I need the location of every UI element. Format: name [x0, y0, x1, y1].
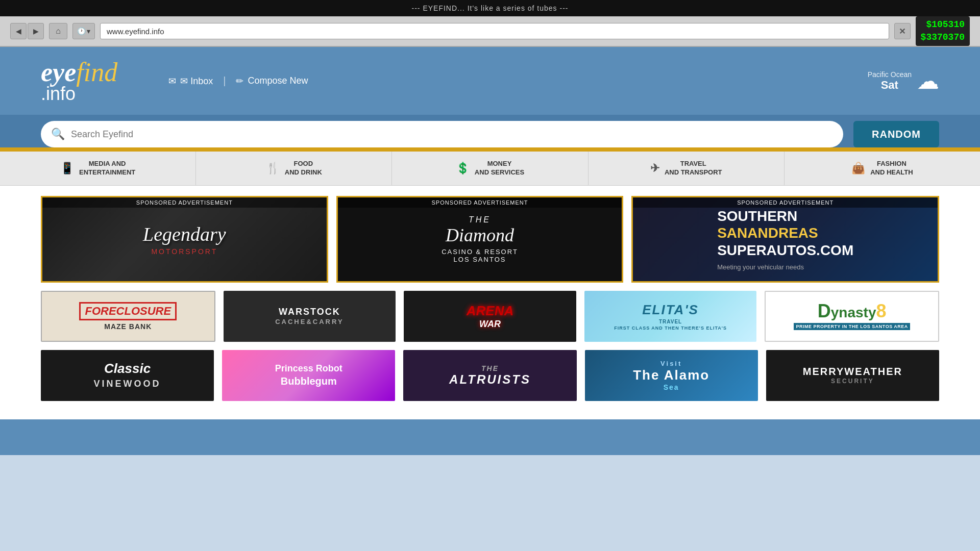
clock-icon: 🕐 — [77, 27, 86, 35]
altruists-name: ALTRUISTS — [449, 372, 531, 387]
arena-sub: WAR — [467, 319, 513, 330]
logo-find: find — [76, 58, 117, 87]
category-food[interactable]: 🍴 FOODAND DRINK — [196, 152, 392, 185]
inbox-link[interactable]: ✉ ✉ Inbox — [168, 76, 213, 87]
princess-name: Princess Robot — [275, 363, 342, 374]
diamond-sub: CASINO & RESORTLOS SANTOS — [442, 248, 518, 263]
dynasty-logo: ynasty — [831, 305, 876, 321]
tiles-row-1: FORECLOSURE MAZE BANK WARSTOCK CACHE&CAR… — [41, 291, 939, 342]
elitas-tagline: FIRST CLASS AND THEN THERE'S ELITA'S — [614, 325, 727, 331]
site-header: eyefind .info ✉ ✉ Inbox | ✏ Compose New … — [0, 47, 980, 115]
home-button[interactable]: ⌂ — [49, 23, 67, 39]
browser-toolbar: ◀ ▶ ⌂ 🕐 ▾ www.eyefind.info ✕ $105310 $33… — [0, 16, 980, 47]
tile-classic[interactable]: Classic VINEWOOD — [41, 350, 214, 401]
money-display: $105310 $3370370 — [916, 16, 970, 46]
weather-icon: ☁ — [917, 68, 939, 94]
search-input[interactable] — [71, 129, 833, 140]
weather-location: Pacific Ocean — [868, 70, 912, 79]
tile-foreclosure[interactable]: FORECLOSURE MAZE BANK — [41, 291, 215, 342]
money-icon: 💲 — [456, 161, 470, 176]
compose-icon: ✏ — [236, 76, 243, 87]
money-secondary: $3370370 — [921, 31, 965, 44]
warstock-sub: CACHE&CARRY — [275, 318, 344, 326]
gold-divider — [0, 147, 980, 152]
forward-button[interactable]: ▶ — [28, 23, 44, 39]
random-button[interactable]: RANDOM — [853, 121, 939, 147]
weather-day: Sat — [868, 79, 912, 92]
nav-separator: | — [223, 75, 226, 87]
categories-bar: 📱 MEDIA ANDENTERTAINMENT 🍴 FOODAND DRINK… — [0, 152, 980, 186]
logo-eye: eye — [41, 58, 76, 87]
southern-sub: Meeting your vehicular needs — [717, 263, 853, 271]
warstock-name: WARSTOCK — [275, 307, 344, 318]
merryweather-sub: SECURITY — [803, 378, 902, 385]
history-button[interactable]: 🕐 ▾ — [72, 23, 95, 39]
nav-buttons: ◀ ▶ — [10, 23, 44, 39]
travel-icon: ✈ — [650, 161, 659, 176]
category-money[interactable]: 💲 MONEYAND SERVICES — [392, 152, 588, 185]
foreclosure-label: FORECLOSURE — [79, 302, 177, 320]
category-media[interactable]: 📱 MEDIA ANDENTERTAINMENT — [0, 152, 196, 185]
search-icon: 🔍 — [51, 128, 65, 141]
legendary-title: Legendary — [143, 223, 226, 245]
media-icon: 📱 — [60, 161, 74, 176]
merryweather-name: MERRYWEATHER — [803, 366, 902, 378]
search-box: 🔍 — [41, 121, 843, 147]
tile-elitas[interactable]: ELITA'S TRAVEL FIRST CLASS AND THEN THER… — [584, 291, 757, 342]
tile-alamo[interactable]: Visit The Alamo Sea — [585, 350, 758, 401]
inbox-label: ✉ Inbox — [180, 76, 213, 87]
top-marquee: --- EYEFIND... It's like a series of tub… — [0, 0, 980, 16]
legendary-sub: MOTORSPORT — [143, 247, 226, 256]
ad-label-legendary: SPONSORED ADVERTISEMENT — [42, 197, 327, 208]
compose-link[interactable]: ✏ Compose New — [236, 76, 308, 87]
classic-name: Classic — [94, 361, 161, 377]
weather-widget: Pacific Ocean Sat ☁ — [868, 68, 939, 94]
ad-label-diamond: SPONSORED ADVERTISEMENT — [338, 197, 622, 208]
elitas-name: ELITA'S — [614, 302, 727, 318]
dynasty-8: 8 — [876, 302, 887, 320]
tile-dynasty[interactable]: D ynasty 8 PRIME PROPERTY IN THE LOS SAN… — [765, 291, 939, 342]
compose-label: Compose New — [248, 76, 308, 86]
diamond-the: THE — [442, 215, 518, 224]
header-nav: ✉ ✉ Inbox | ✏ Compose New — [168, 75, 308, 87]
ad-southern[interactable]: SPONSORED ADVERTISEMENT SOUTHERNSANANDRE… — [631, 196, 939, 283]
arena-name: ARENA — [467, 303, 513, 319]
fashion-icon: 👜 — [851, 161, 865, 176]
back-button[interactable]: ◀ — [10, 23, 27, 39]
princess-sub: Bubblegum — [275, 374, 342, 388]
diamond-name: Diamond — [442, 224, 518, 246]
ad-diamond[interactable]: SPONSORED ADVERTISEMENT THE Diamond CASI… — [336, 196, 624, 283]
ad-label-southern: SPONSORED ADVERTISEMENT — [633, 197, 938, 208]
site-wrapper: eyefind .info ✉ ✉ Inbox | ✏ Compose New … — [0, 47, 980, 455]
dynasty-d: D — [818, 302, 831, 320]
ads-row: SPONSORED ADVERTISEMENT Legendary MOTORS… — [41, 196, 939, 283]
southern-text: SOUTHERNSANANDREASSUPERAUTOS.COM — [717, 208, 853, 259]
food-icon: 🍴 — [266, 161, 280, 176]
classic-sub: VINEWOOD — [94, 379, 161, 389]
money-primary: $105310 — [921, 18, 965, 31]
alamo-sea: Sea — [633, 383, 709, 391]
category-travel[interactable]: ✈ TRAVELAND TRANSPORT — [589, 152, 785, 185]
alamo-name: The Alamo — [633, 367, 709, 383]
tile-arena[interactable]: ARENA WAR — [404, 291, 576, 342]
tile-merryweather[interactable]: MERRYWEATHER SECURITY — [766, 350, 939, 401]
tile-altruists[interactable]: THE ALTRUISTS — [403, 350, 576, 401]
tiles-row-2: Classic VINEWOOD Princess Robot Bubblegu… — [41, 350, 939, 401]
mazebank-label: MAZE BANK — [79, 322, 177, 331]
dynasty-sub: PRIME PROPERTY IN THE LOS SANTOS AREA — [794, 323, 910, 330]
clear-button[interactable]: ✕ — [894, 23, 911, 39]
ad-legendary[interactable]: SPONSORED ADVERTISEMENT Legendary MOTORS… — [41, 196, 328, 283]
tile-princess[interactable]: Princess Robot Bubblegum — [222, 350, 395, 401]
category-fashion[interactable]: 👜 FASHIONAND HEALTH — [785, 152, 980, 185]
logo[interactable]: eyefind .info — [41, 57, 117, 105]
tile-warstock[interactable]: WARSTOCK CACHE&CARRY — [224, 291, 396, 342]
elitas-sub: TRAVEL — [614, 319, 727, 324]
url-bar[interactable]: www.eyefind.info — [100, 23, 889, 39]
search-area: 🔍 RANDOM — [0, 115, 980, 147]
inbox-icon: ✉ — [168, 76, 176, 87]
alamo-visit: Visit — [633, 360, 709, 367]
altruists-the: THE — [449, 364, 531, 372]
content-area: SPONSORED ADVERTISEMENT Legendary MOTORS… — [0, 186, 980, 419]
